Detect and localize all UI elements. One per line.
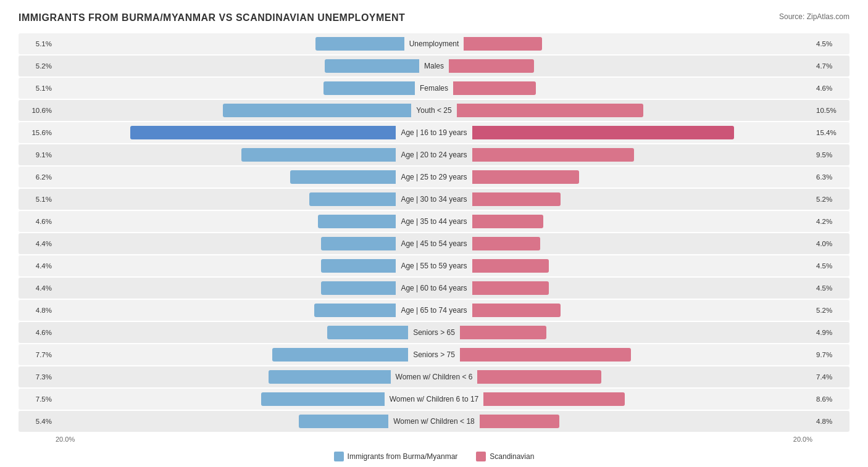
bar-area-right — [472, 236, 812, 252]
bar-area-right — [464, 36, 812, 52]
bar-area-right — [457, 102, 812, 118]
row-label: Unemployment — [404, 39, 464, 48]
row-label: Women w/ Children < 18 — [388, 417, 480, 426]
table-row: 7.5% Women w/ Children 6 to 17 8.6% — [19, 389, 849, 410]
legend-label-right: Scandinavian — [490, 452, 534, 461]
bar-pink — [472, 126, 735, 139]
bar-area-left — [56, 258, 396, 274]
legend-item-right: Scandinavian — [476, 452, 534, 461]
value-left: 9.1% — [19, 151, 56, 159]
value-left: 5.1% — [19, 85, 56, 92]
row-label: Age | 25 to 29 years — [396, 173, 472, 181]
value-left: 4.6% — [19, 218, 56, 225]
bar-pink — [472, 148, 634, 162]
bar-area-right — [453, 80, 812, 96]
legend-item-left: Immigrants from Burma/Myanmar — [334, 452, 458, 461]
bar-blue — [290, 170, 396, 184]
value-right: 7.4% — [812, 373, 849, 381]
bar-pink — [472, 259, 549, 273]
bar-blue — [314, 304, 396, 317]
bar-area-right — [483, 391, 812, 407]
table-row: 5.1% Age | 30 to 34 years 5.2% — [19, 189, 849, 210]
row-label: Age | 20 to 24 years — [396, 151, 472, 159]
bar-pink — [449, 59, 534, 73]
row-label: Seniors > 65 — [408, 328, 460, 337]
row-label: Seniors > 75 — [408, 350, 460, 359]
bar-blue — [318, 215, 396, 228]
bar-area-left — [56, 191, 396, 207]
bar-area-left — [56, 302, 396, 318]
value-left: 10.6% — [19, 107, 56, 114]
bar-area-left — [56, 147, 396, 163]
bar-pink — [472, 192, 561, 206]
value-left: 7.7% — [19, 351, 56, 358]
legend-label-left: Immigrants from Burma/Myanmar — [348, 452, 458, 461]
value-left: 5.1% — [19, 40, 56, 48]
bar-area-left — [56, 324, 408, 341]
bar-blue — [323, 81, 415, 95]
bar-area-right — [449, 58, 812, 74]
row-label: Youth < 25 — [411, 106, 456, 115]
bar-pink — [483, 392, 625, 406]
bar-area-left — [56, 80, 415, 96]
value-left: 4.4% — [19, 284, 56, 292]
bar-area-right — [477, 369, 812, 385]
row-label: Women w/ Children < 6 — [391, 373, 478, 381]
row-label: Females — [415, 84, 453, 93]
value-left: 7.5% — [19, 395, 56, 403]
bar-pink — [457, 104, 644, 117]
bar-area-right — [472, 302, 812, 318]
bar-pink — [460, 348, 631, 362]
bar-pink — [477, 370, 601, 384]
value-left: 4.8% — [19, 307, 56, 314]
value-left: 15.6% — [19, 129, 56, 136]
bar-blue — [241, 148, 396, 162]
value-right: 6.3% — [812, 173, 849, 181]
legend: Immigrants from Burma/Myanmar Scandinavi… — [19, 452, 849, 461]
value-left: 5.1% — [19, 196, 56, 203]
bar-area-left — [56, 36, 404, 52]
value-left: 4.4% — [19, 240, 56, 247]
bar-pink — [460, 326, 546, 339]
value-right: 8.6% — [812, 395, 849, 403]
value-left: 4.4% — [19, 262, 56, 270]
table-row: 4.6% Seniors > 65 4.9% — [19, 322, 849, 343]
table-row: 10.6% Youth < 25 10.5% — [19, 100, 849, 121]
value-right: 10.5% — [812, 107, 849, 114]
bar-area-right — [460, 324, 812, 341]
bar-blue — [272, 348, 408, 362]
bar-pink — [472, 304, 561, 317]
table-row: 15.6% Age | 16 to 19 years 15.4% — [19, 122, 849, 143]
bar-blue — [321, 237, 396, 250]
bar-area-right — [460, 347, 812, 363]
table-row: 4.4% Age | 55 to 59 years 4.5% — [19, 255, 849, 276]
table-row: 5.1% Unemployment 4.5% — [19, 33, 849, 54]
value-right: 4.8% — [812, 418, 849, 425]
bar-area-left — [56, 413, 388, 429]
bar-pink — [472, 215, 544, 228]
table-row: 4.4% Age | 45 to 54 years 4.0% — [19, 233, 849, 254]
value-right: 9.5% — [812, 151, 849, 159]
value-left: 7.3% — [19, 373, 56, 381]
chart-body: 5.1% Unemployment 4.5% 5.2% Males 4.7% 5… — [19, 33, 849, 432]
chart-title: IMMIGRANTS FROM BURMA/MYANMAR VS SCANDIN… — [19, 12, 405, 23]
row-label: Age | 65 to 74 years — [396, 306, 472, 315]
value-right: 4.5% — [812, 262, 849, 270]
value-left: 4.6% — [19, 329, 56, 336]
row-label: Age | 45 to 54 years — [396, 239, 472, 248]
bar-blue — [269, 370, 391, 384]
row-label: Males — [419, 62, 449, 70]
table-row: 9.1% Age | 20 to 24 years 9.5% — [19, 144, 849, 165]
chart-source: Source: ZipAtlas.com — [779, 12, 849, 21]
legend-swatch-left — [334, 452, 344, 461]
value-right: 4.9% — [812, 329, 849, 336]
bar-pink — [480, 415, 559, 428]
legend-swatch-right — [476, 452, 486, 461]
table-row: 7.7% Seniors > 75 9.7% — [19, 344, 849, 365]
bar-blue — [309, 192, 396, 206]
value-right: 15.4% — [812, 129, 849, 136]
bar-blue — [327, 326, 408, 339]
table-row: 4.6% Age | 35 to 44 years 4.2% — [19, 211, 849, 232]
row-label: Age | 30 to 34 years — [396, 195, 472, 204]
row-label: Age | 35 to 44 years — [396, 217, 472, 226]
